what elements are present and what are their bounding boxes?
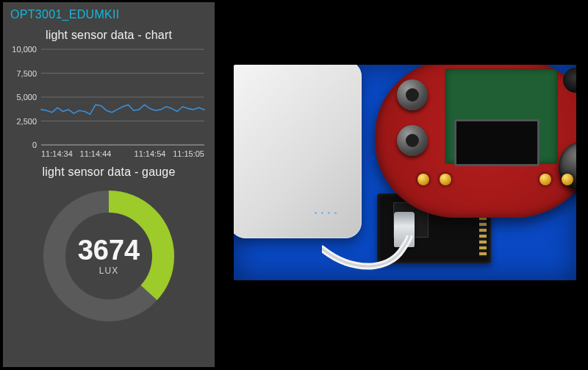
chart-title: light sensor data - chart — [3, 29, 215, 42]
chart-y-ticks: 02,5005,0007,50010,000 — [12, 45, 37, 149]
power-bank-leds — [315, 212, 351, 216]
status-led — [417, 174, 429, 185]
status-led — [562, 174, 573, 185]
edumkii-board — [375, 65, 576, 218]
svg-text:0: 0 — [32, 140, 37, 149]
svg-text:11:15:05: 11:15:05 — [173, 149, 204, 158]
hardware-photo — [234, 65, 576, 280]
panel-title: OPT3001_EDUMKII — [3, 2, 215, 26]
buzzer — [563, 68, 576, 93]
pushbutton-1 — [397, 79, 428, 110]
svg-text:11:14:34: 11:14:34 — [41, 149, 73, 158]
sensor-panel: OPT3001_EDUMKII light sensor data - char… — [3, 2, 215, 367]
app-stage: OPT3001_EDUMKII light sensor data - char… — [0, 0, 588, 370]
light-sensor-gauge[interactable]: 3674 LUX — [39, 186, 179, 326]
gauge-title: light sensor data - gauge — [3, 166, 215, 179]
chart-x-ticks: 11:14:3411:14:4411:14:5411:15:05 — [41, 149, 204, 158]
svg-text:7,500: 7,500 — [16, 69, 37, 78]
svg-text:11:14:54: 11:14:54 — [135, 149, 166, 158]
chart-series-lux — [41, 104, 204, 114]
chart-wrap: 02,5005,0007,50010,000 11:14:3411:14:441… — [3, 45, 215, 163]
svg-text:5,000: 5,000 — [16, 93, 37, 102]
pushbutton-2 — [397, 125, 428, 156]
svg-text:2,500: 2,500 — [16, 117, 37, 126]
status-led — [440, 174, 451, 185]
svg-text:10,000: 10,000 — [12, 45, 37, 54]
status-led — [539, 174, 551, 185]
gauge-wrap: 3674 LUX — [3, 186, 215, 326]
light-sensor-chart[interactable]: 02,5005,0007,50010,000 11:14:3411:14:441… — [7, 45, 210, 163]
lcd-screen — [454, 119, 539, 166]
svg-text:11:14:44: 11:14:44 — [80, 149, 112, 158]
usb-cable — [322, 235, 520, 280]
chart-y-grid — [41, 49, 204, 145]
